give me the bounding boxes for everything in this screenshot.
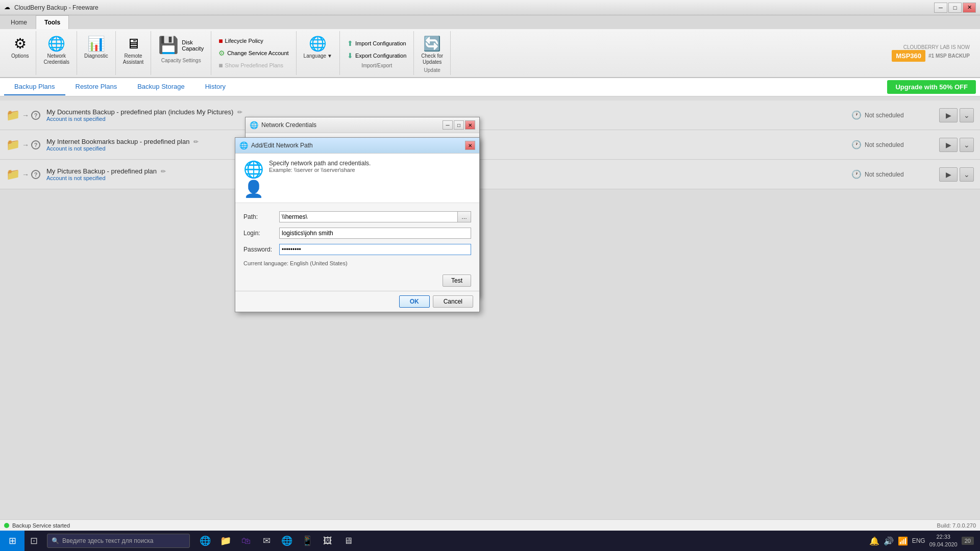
export-config-label: Export Configuration	[355, 53, 406, 59]
notification-count[interactable]: 20	[962, 537, 974, 545]
login-label: Login:	[243, 230, 279, 237]
add-path-cancel-btn[interactable]: Cancel	[433, 295, 473, 308]
service-icon: ⚙	[218, 49, 225, 57]
time-display: 22:33	[929, 533, 958, 541]
search-placeholder: Введите здесь текст для поиска	[62, 537, 153, 544]
nav-tabs-bar: Backup Plans Restore Plans Backup Storag…	[0, 78, 980, 96]
network-creds-minimize-btn[interactable]: ─	[443, 120, 453, 130]
import-config-button[interactable]: ⬆ Import Configuration	[344, 38, 409, 48]
capacity-label: Capacity	[182, 45, 204, 52]
add-path-title-text: Add/Edit Network Path	[251, 142, 464, 149]
check-updates-button[interactable]: 🔄 Check forUpdates	[417, 33, 447, 67]
network-creds-maximize-btn[interactable]: □	[454, 120, 464, 130]
browse-button[interactable]: …	[458, 211, 471, 222]
taskbar-app1-icon[interactable]: 📱	[298, 531, 316, 551]
build-info: Build: 7.0.0.270	[937, 522, 976, 529]
minimize-button[interactable]: ─	[934, 3, 947, 13]
taskbar-notification-icon[interactable]: 🔔	[869, 536, 879, 546]
capacity-settings-group-label: Capacity Settings	[154, 58, 208, 63]
taskbar-chrome-icon[interactable]: 🌐	[278, 531, 296, 551]
diagnostic-label: Diagnostic	[84, 53, 108, 59]
change-service-label: Change Service Account	[227, 50, 288, 56]
import-icon: ⬆	[347, 39, 353, 47]
tab-home[interactable]: Home	[2, 15, 36, 29]
taskbar-lang: ENG	[912, 537, 925, 544]
app-title: CloudBerry Backup - Freeware	[14, 4, 934, 11]
taskbar-app3-icon[interactable]: 🖥	[339, 531, 357, 551]
path-info-section: 🌐👤 Specify network path and credentials.…	[235, 154, 479, 203]
path-info-main: Specify network path and credentials.	[269, 160, 371, 167]
upgrade-button[interactable]: Upgrade with 50% OFF	[887, 80, 976, 94]
change-service-button[interactable]: ⚙ Change Service Account	[215, 48, 291, 58]
network-creds-title-icon: 🌐	[250, 121, 258, 129]
ribbon-tabs: Home Tools	[0, 15, 980, 29]
options-label: Options	[11, 53, 29, 59]
language-label: Language	[304, 53, 327, 59]
diagnostic-icon: 📊	[87, 35, 105, 52]
diagnostic-button[interactable]: 📊 Diagnostic	[80, 33, 112, 61]
taskbar-time: 22:33 09.04.2020	[929, 533, 958, 549]
add-path-ok-btn[interactable]: OK	[399, 295, 430, 308]
add-path-title-bar[interactable]: 🌐 Add/Edit Network Path ✕	[235, 138, 479, 154]
language-text: Current language: English (United States…	[243, 260, 471, 266]
date-display: 09.04.2020	[929, 541, 958, 548]
export-config-button[interactable]: ⬇ Export Configuration	[344, 51, 409, 61]
taskbar-network-icon[interactable]: 📶	[898, 536, 908, 546]
ribbon: Home Tools ⚙ Options 🌐 NetworkCredential…	[0, 15, 980, 78]
password-label: Password:	[243, 246, 279, 253]
status-indicator	[4, 523, 9, 528]
taskbar-ie-icon[interactable]: 🌐	[196, 531, 214, 551]
network-creds-title-text: Network Credentials	[261, 121, 442, 129]
msp360-sub: #1 MSP BACKUP	[928, 53, 970, 59]
taskbar-folder-icon[interactable]: 📁	[216, 531, 235, 551]
nav-tab-restore-plans[interactable]: Restore Plans	[65, 79, 128, 95]
options-button[interactable]: ⚙ Options	[7, 33, 33, 61]
language-dropdown-icon: ▼	[327, 53, 332, 59]
test-button[interactable]: Test	[443, 274, 471, 287]
add-path-title-icon: 🌐	[239, 141, 248, 149]
network-creds-title-bar[interactable]: 🌐 Network Credentials ─ □ ✕	[246, 117, 479, 133]
remote-assistant-button[interactable]: 🖥 RemoteAssistant	[119, 33, 148, 67]
disk-capacity-button[interactable]: 💾 Disk Capacity	[154, 33, 208, 58]
taskbar-volume-icon[interactable]: 🔊	[884, 536, 894, 546]
status-bar: Backup Service started Build: 7.0.0.270	[0, 519, 980, 531]
password-input[interactable]	[279, 244, 471, 255]
nav-tab-backup-storage[interactable]: Backup Storage	[127, 79, 195, 95]
add-edit-network-path-dialog: 🌐 Add/Edit Network Path ✕ 🌐👤 Specify net…	[235, 137, 480, 312]
show-predefined-button: ■ Show Predefined Plans	[215, 60, 291, 70]
update-group-label: Update	[424, 67, 440, 73]
tab-tools[interactable]: Tools	[36, 15, 69, 29]
app-icon: ☁	[4, 4, 12, 12]
language-button[interactable]: 🌐 Language ▼	[300, 33, 336, 61]
add-path-footer: OK Cancel	[235, 291, 479, 312]
network-credentials-button[interactable]: 🌐 NetworkCredentials	[39, 33, 74, 67]
login-input[interactable]	[279, 228, 471, 239]
add-path-close-btn[interactable]: ✕	[465, 141, 475, 150]
taskbar-mail-icon[interactable]: ✉	[257, 531, 276, 551]
path-input[interactable]	[279, 211, 458, 222]
search-bar[interactable]: 🔍 Введите здесь текст для поиска	[47, 534, 190, 548]
language-icon: 🌐	[309, 35, 327, 52]
ribbon-content: ⚙ Options 🌐 NetworkCredentials 📊 Diagnos…	[0, 29, 980, 77]
predefined-icon: ■	[218, 61, 223, 69]
lifecycle-policy-button[interactable]: ■ Lifecycle Policy	[215, 36, 291, 46]
form-section: Path: … Login: Password: Current languag…	[235, 203, 479, 274]
import-export-group-label: Import/Export	[344, 63, 409, 68]
export-icon: ⬇	[347, 52, 353, 60]
taskbar-store-icon[interactable]: 🛍	[237, 531, 255, 551]
remote-icon: 🖥	[126, 35, 140, 52]
title-bar-controls: ─ □ ✕	[934, 3, 976, 13]
check-updates-icon: 🔄	[423, 35, 441, 52]
test-btn-row: Test	[235, 274, 479, 291]
start-button[interactable]: ⊞	[0, 531, 24, 551]
msp360-brand-text: MSP360	[896, 52, 921, 60]
close-button[interactable]: ✕	[963, 3, 976, 13]
network-creds-close-btn[interactable]: ✕	[465, 120, 475, 130]
maximize-button[interactable]: □	[948, 3, 962, 13]
msp360-brand: CLOUDBERRY LAB IS NOW MSP360 #1 MSP BACK…	[886, 31, 976, 75]
nav-tab-backup-plans[interactable]: Backup Plans	[4, 79, 65, 95]
taskbar: ⊞ ⊡ 🔍 Введите здесь текст для поиска 🌐 📁…	[0, 531, 980, 551]
taskbar-app2-icon[interactable]: 🖼	[318, 531, 337, 551]
nav-tab-history[interactable]: History	[195, 79, 236, 95]
task-view-button[interactable]: ⊡	[24, 531, 43, 551]
